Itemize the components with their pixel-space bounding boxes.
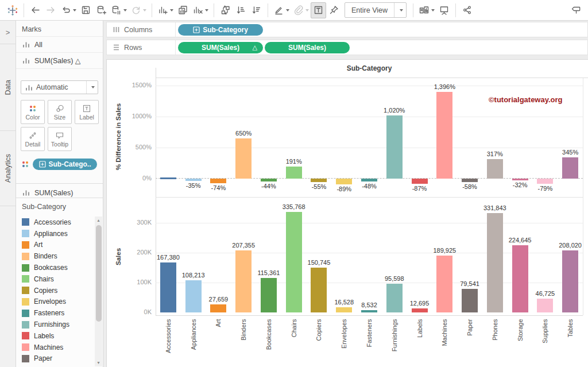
dimension-pill-sub-category[interactable]: Sub-Category xyxy=(178,24,263,36)
chairs-axis-label[interactable]: Chairs xyxy=(290,319,297,365)
accessories-axis-label[interactable]: Accessories xyxy=(164,319,172,365)
fasteners-sales-bar[interactable] xyxy=(361,310,377,312)
furnishings-sales-bar[interactable] xyxy=(386,284,403,312)
detail-button[interactable]: Detail xyxy=(21,127,45,151)
mark-type-dropdown[interactable]: Automatic xyxy=(21,80,98,94)
binders-axis-label[interactable]: Binders xyxy=(240,319,247,365)
new-worksheet-button[interactable] xyxy=(156,2,175,18)
legend-item-labels[interactable]: Labels xyxy=(16,330,94,342)
tables-pct-bar[interactable] xyxy=(562,157,578,179)
labels-axis-label[interactable]: Labels xyxy=(416,319,423,365)
storage-axis-label[interactable]: Storage xyxy=(516,319,524,365)
scroll-up-arrow[interactable]: ▴ xyxy=(95,217,102,224)
appliances-pct-bar[interactable] xyxy=(185,179,202,181)
fit-selector[interactable]: Entire View xyxy=(345,2,407,18)
show-me-button[interactable] xyxy=(568,2,583,18)
clear-sheet-button[interactable] xyxy=(191,2,210,18)
marks-card-sum-sales-delta[interactable]: SUM(Sales) △ xyxy=(16,52,103,69)
legend-scrollbar[interactable]: ▴ ▾ xyxy=(95,217,102,366)
appliances-axis-label[interactable]: Appliances xyxy=(189,319,197,365)
paper-axis-label[interactable]: Paper xyxy=(466,319,474,365)
paper-sales-bar[interactable] xyxy=(462,289,478,312)
legend-item-binders[interactable]: Binders xyxy=(16,250,94,262)
highlight-button[interactable] xyxy=(272,2,291,18)
save-button[interactable] xyxy=(78,2,94,18)
show-hide-cards-button[interactable] xyxy=(417,2,436,18)
undo-button[interactable] xyxy=(28,2,43,18)
envelopes-axis-label[interactable]: Envelopes xyxy=(341,319,348,365)
storage-pct-bar[interactable] xyxy=(512,179,528,180)
bookcases-pct-bar[interactable] xyxy=(261,179,277,181)
color-pill-sub-category[interactable]: Sub-Catego.. xyxy=(33,159,97,170)
furnishings-pct-bar[interactable] xyxy=(386,115,403,179)
legend-item-art[interactable]: Art xyxy=(16,239,94,251)
color-button[interactable]: Color xyxy=(21,100,45,124)
legend-item-appliances[interactable]: Appliances xyxy=(16,228,94,239)
scrollbar-thumb[interactable] xyxy=(96,225,102,322)
marks-card-all[interactable]: All xyxy=(16,36,103,52)
sort-descending-button[interactable] xyxy=(249,2,264,18)
legend-item-paper[interactable]: Paper xyxy=(16,353,94,365)
show-mark-labels-button[interactable] xyxy=(311,2,326,18)
supplies-axis-label[interactable]: Supplies xyxy=(541,319,549,365)
replay-animation-button[interactable] xyxy=(59,2,78,18)
legend-item-chairs[interactable]: Chairs xyxy=(16,273,94,285)
tableau-logo-button[interactable] xyxy=(5,2,20,18)
legend-item-envelopes[interactable]: Envelopes xyxy=(16,296,94,308)
art-pct-bar[interactable] xyxy=(210,179,226,183)
accessories-sales-bar[interactable] xyxy=(160,262,176,312)
legend-item-furnishings[interactable]: Furnishings xyxy=(16,319,94,330)
run-auto-updates-button[interactable] xyxy=(129,2,148,18)
art-axis-label[interactable]: Art xyxy=(215,319,222,365)
scroll-down-arrow[interactable]: ▾ xyxy=(95,359,102,366)
measure-pill-sum-sales-[interactable]: SUM(Sales)△ xyxy=(178,42,263,53)
rows-shelf[interactable]: Rows SUM(Sales)△SUM(Sales) xyxy=(106,40,588,55)
supplies-sales-bar[interactable] xyxy=(537,299,553,312)
envelopes-sales-bar[interactable] xyxy=(336,307,352,312)
chairs-pct-bar[interactable] xyxy=(286,167,302,179)
redo-button[interactable] xyxy=(43,2,59,18)
legend-item-copiers[interactable]: Copiers xyxy=(16,285,94,296)
labels-pct-bar[interactable] xyxy=(412,179,428,184)
bookcases-sales-bar[interactable] xyxy=(261,278,277,312)
legend-item-bookcases[interactable]: Bookcases xyxy=(16,262,94,273)
binders-pct-bar[interactable] xyxy=(235,138,252,179)
swap-rows-columns-button[interactable] xyxy=(218,2,233,18)
binders-sales-bar[interactable] xyxy=(235,250,252,312)
tab-analytics[interactable]: Analytics xyxy=(0,131,16,206)
columns-shelf[interactable]: Columns Sub-Category xyxy=(106,22,588,37)
collapse-pane-button[interactable]: > xyxy=(0,21,16,44)
size-button[interactable]: Size xyxy=(48,100,72,124)
paper-pct-bar[interactable] xyxy=(462,179,478,182)
fix-axes-button[interactable] xyxy=(326,2,342,18)
furnishings-axis-label[interactable]: Furnishings xyxy=(390,319,398,365)
tab-data[interactable]: Data xyxy=(0,44,16,131)
copiers-pct-bar[interactable] xyxy=(311,179,327,182)
measure-pill-sum-sales-[interactable]: SUM(Sales) xyxy=(265,42,350,53)
legend-item-machines[interactable]: Machines xyxy=(16,342,94,353)
presentation-mode-button[interactable] xyxy=(436,2,452,18)
tables-axis-label[interactable]: Tables xyxy=(567,319,574,365)
phones-pct-bar[interactable] xyxy=(487,159,503,179)
tables-sales-bar[interactable] xyxy=(562,250,578,312)
pause-auto-updates-button[interactable] xyxy=(109,2,129,18)
phones-sales-bar[interactable] xyxy=(487,213,503,312)
art-sales-bar[interactable] xyxy=(210,304,226,312)
phones-axis-label[interactable]: Phones xyxy=(491,319,498,365)
fasteners-axis-label[interactable]: Fasteners xyxy=(366,319,373,365)
group-members-button[interactable] xyxy=(291,2,311,18)
accessories-pct-bar[interactable] xyxy=(160,177,176,179)
bookcases-axis-label[interactable]: Bookcases xyxy=(265,319,272,365)
sort-ascending-button[interactable] xyxy=(233,2,249,18)
legend-item-accessories[interactable]: Accessories xyxy=(16,217,94,228)
storage-sales-bar[interactable] xyxy=(512,245,528,312)
machines-axis-label[interactable]: Machines xyxy=(441,319,448,365)
share-workbook-button[interactable] xyxy=(459,2,475,18)
supplies-pct-bar[interactable] xyxy=(537,179,553,184)
label-button[interactable]: Label xyxy=(75,100,99,124)
legend-item-fasteners[interactable]: Fasteners xyxy=(16,307,94,319)
duplicate-sheet-button[interactable] xyxy=(175,2,191,18)
tooltip-button[interactable]: Tooltip xyxy=(48,127,72,151)
copiers-axis-label[interactable]: Copiers xyxy=(315,319,323,365)
machines-pct-bar[interactable] xyxy=(436,92,452,179)
